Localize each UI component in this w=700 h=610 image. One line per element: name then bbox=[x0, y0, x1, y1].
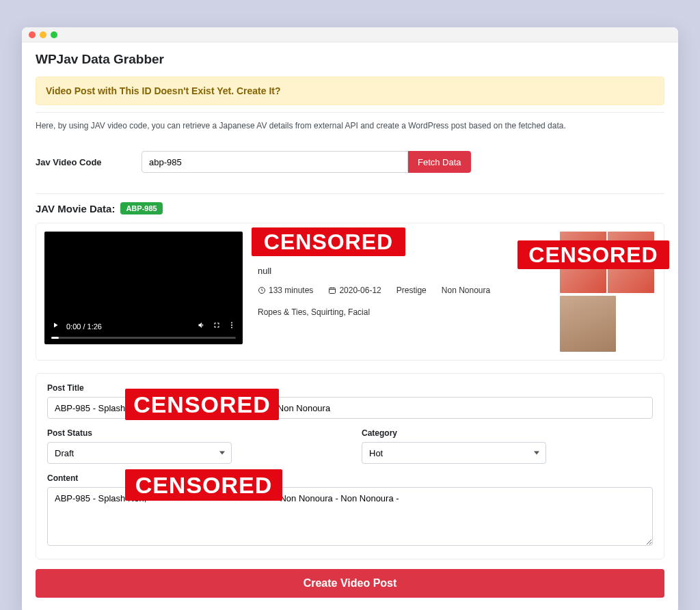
section-heading: JAV Movie Data: ABP-985 bbox=[36, 202, 664, 214]
app-window: WPJav Data Grabber Video Post with This … bbox=[22, 27, 678, 610]
divider bbox=[36, 112, 664, 113]
post-status-label: Post Status bbox=[47, 428, 232, 438]
studio-meta: Prestige bbox=[396, 286, 427, 295]
page-title: WPJav Data Grabber bbox=[36, 52, 664, 67]
movie-meta: 133 minutes 2020-06-12 Prestige Non Nono… bbox=[258, 286, 545, 295]
more-icon[interactable] bbox=[228, 321, 236, 331]
svg-rect-4 bbox=[329, 288, 336, 293]
clock-icon bbox=[258, 286, 266, 294]
volume-icon[interactable] bbox=[198, 321, 206, 331]
category-select[interactable]: Hot bbox=[362, 442, 546, 464]
censor-overlay: CENSORED bbox=[517, 240, 669, 269]
code-label: Jav Video Code bbox=[36, 157, 142, 167]
window-maximize-icon[interactable] bbox=[51, 31, 57, 38]
censor-overlay: CENSORED bbox=[125, 389, 279, 420]
duration-meta: 133 minutes bbox=[258, 286, 313, 295]
fullscreen-icon[interactable] bbox=[213, 321, 221, 331]
create-post-button[interactable]: Create Video Post bbox=[36, 569, 664, 598]
movie-card: 0:00 / 1:26 Full Drain! 5 Shocking null bbox=[36, 223, 664, 361]
player-progress[interactable] bbox=[51, 337, 236, 339]
svg-point-1 bbox=[231, 324, 232, 326]
censor-overlay: CENSORED bbox=[125, 469, 282, 501]
page-content: WPJav Data Grabber Video Post with This … bbox=[22, 42, 678, 610]
code-badge: ABP-985 bbox=[120, 202, 162, 214]
alert-banner: Video Post with This ID Doesn't Exist Ye… bbox=[36, 77, 664, 105]
svg-point-0 bbox=[231, 322, 232, 324]
post-status-select[interactable]: Draft bbox=[47, 442, 232, 464]
post-form: Post Title Post Status Draft Category bbox=[36, 373, 664, 559]
actress-meta: Non Nonoura bbox=[442, 286, 490, 295]
help-text: Here, by using JAV video code, you can r… bbox=[36, 121, 664, 130]
fetch-data-button[interactable]: Fetch Data bbox=[408, 151, 471, 173]
date-meta: 2020-06-12 bbox=[328, 286, 381, 295]
player-time: 0:00 / 1:26 bbox=[66, 322, 102, 331]
window-titlebar bbox=[22, 27, 678, 42]
calendar-icon bbox=[328, 286, 336, 294]
video-code-input[interactable] bbox=[142, 151, 408, 173]
censor-overlay: CENSORED bbox=[252, 227, 405, 256]
svg-point-2 bbox=[231, 327, 232, 329]
movie-tags: Ropes & Ties, Squirting, Facial bbox=[258, 307, 545, 317]
code-input-group: Fetch Data bbox=[142, 151, 471, 173]
play-icon[interactable] bbox=[51, 321, 59, 331]
category-label: Category bbox=[362, 428, 546, 438]
window-minimize-icon[interactable] bbox=[40, 31, 46, 38]
movie-description: null bbox=[258, 266, 545, 276]
actress-thumbnail[interactable] bbox=[560, 296, 616, 352]
divider bbox=[36, 193, 664, 194]
video-player[interactable]: 0:00 / 1:26 bbox=[44, 232, 243, 344]
window-close-icon[interactable] bbox=[29, 31, 36, 38]
section-heading-text: JAV Movie Data: bbox=[36, 203, 115, 214]
code-input-row: Jav Video Code Fetch Data bbox=[36, 151, 664, 173]
